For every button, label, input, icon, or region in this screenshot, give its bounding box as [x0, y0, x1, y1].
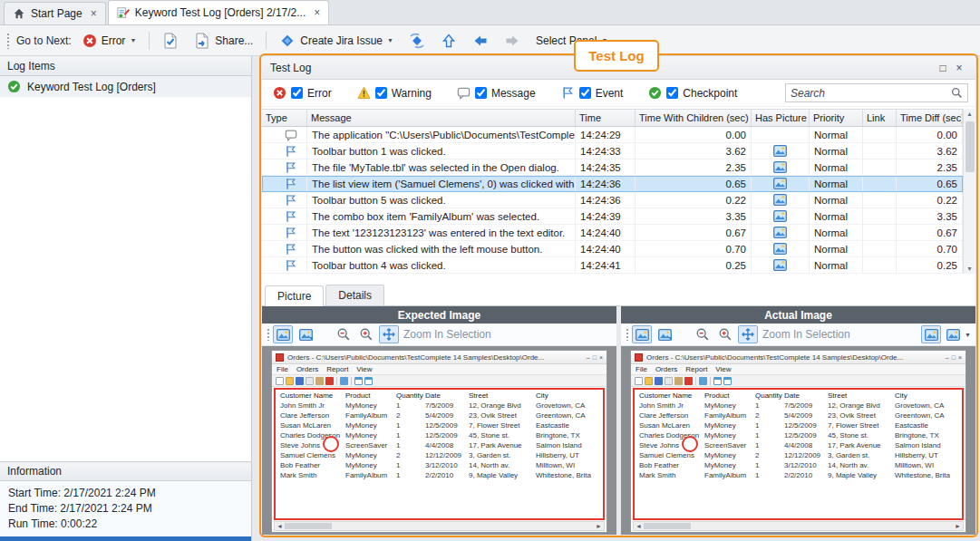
- tab-details[interactable]: Details: [325, 285, 384, 305]
- filter-item[interactable]: Message: [457, 86, 536, 100]
- event-icon: [285, 178, 297, 190]
- orders-column-header: City: [534, 391, 599, 401]
- column-header-has-picture[interactable]: Has Picture: [752, 110, 810, 126]
- orders-menu-orders: Orders: [296, 365, 318, 373]
- column-header-time-with-children-sec-[interactable]: Time With Children (sec): [636, 110, 752, 126]
- log-row[interactable]: Toolbar button 5 was clicked. 14:24:36 0…: [262, 192, 963, 208]
- go-to-next-error-button[interactable]: Error ▼: [78, 31, 141, 51]
- log-message-cell: The application "C:\Users\Public\Documen…: [307, 127, 576, 142]
- copy-icon: [306, 377, 314, 385]
- save-image-button[interactable]: [943, 325, 963, 343]
- zoom-in-button[interactable]: [715, 325, 735, 343]
- orders-toolbar: [631, 375, 965, 387]
- zoom-in-selection-button[interactable]: [738, 325, 758, 343]
- log-row[interactable]: Toolbar button 1 was clicked. 14:24:33 3…: [262, 143, 963, 159]
- column-header-priority[interactable]: Priority: [810, 110, 863, 126]
- log-message-cell: Toolbar button 5 was clicked.: [307, 192, 576, 208]
- tab-keyword-test-log[interactable]: Keyword Test Log [Orders] 2/17/2... ×: [108, 0, 330, 24]
- toolbar-grip[interactable]: [6, 33, 10, 49]
- zoom-in-button[interactable]: [356, 325, 376, 343]
- log-row[interactable]: The application "C:\Users\Public\Documen…: [262, 127, 963, 143]
- scroll-down-icon[interactable]: ▼: [964, 266, 975, 272]
- log-row[interactable]: The list view item ('Samuel Clemens', 0)…: [262, 176, 963, 192]
- show-image-button[interactable]: [273, 325, 293, 343]
- filter-checkbox[interactable]: [375, 87, 387, 99]
- log-vertical-scrollbar[interactable]: ▲ ▼: [963, 109, 975, 274]
- create-jira-issue-button[interactable]: Create Jira Issue ▼: [275, 30, 398, 52]
- home-icon: [13, 7, 25, 20]
- information-header: Information: [0, 461, 251, 481]
- go-to-next-label: Go to Next:: [16, 34, 72, 47]
- log-row[interactable]: The file 'MyTable.tbl' was selected in t…: [262, 159, 963, 176]
- copy-image-button[interactable]: [921, 325, 941, 343]
- scroll-up-icon[interactable]: ▲: [964, 111, 975, 117]
- orders-hscrollbar[interactable]: ◄►: [274, 521, 605, 531]
- log-row[interactable]: The text '123123123123' was entered in t…: [262, 225, 963, 241]
- orders-row: Samuel ClemensMyMoney212/12/20093, Garde…: [278, 450, 600, 460]
- filter-checkbox[interactable]: [291, 87, 303, 99]
- post-image-button[interactable]: [158, 30, 183, 52]
- orders-window-buttons: –□×: [946, 354, 962, 361]
- column-header-message[interactable]: Message: [307, 110, 576, 126]
- jira-sync-button[interactable]: [404, 30, 430, 52]
- orders-row: Bob FeatherMyMoney13/12/201014, North av…: [278, 460, 600, 470]
- log-type-cell: [262, 159, 307, 175]
- filter-checkbox[interactable]: [579, 87, 591, 99]
- forward-button[interactable]: [500, 30, 525, 52]
- main-toolbar: Go to Next: Error ▼ Share... Create Jira…: [0, 25, 980, 56]
- image-panel-toolbar: Zoom In Selection ▼: [262, 324, 616, 346]
- show-image-button[interactable]: [632, 325, 652, 343]
- edit-image-button[interactable]: [655, 325, 674, 343]
- log-time-cell: 14:24:36: [576, 176, 636, 191]
- log-time-diff-cell: 0.22: [897, 192, 963, 208]
- log-row[interactable]: The button was clicked with the left mou…: [262, 241, 963, 257]
- filter-item[interactable]: Event: [561, 86, 624, 100]
- filter-item[interactable]: Checkpoint: [648, 86, 737, 100]
- orders-menubar: FileOrdersReportView: [272, 364, 606, 375]
- close-panel-icon[interactable]: ×: [951, 62, 967, 74]
- filter-item[interactable]: Warning: [357, 86, 432, 100]
- share-button[interactable]: Share...: [189, 30, 257, 52]
- orders-row: Samuel ClemensMyMoney212/12/20093, Garde…: [637, 450, 959, 460]
- filter-checkbox[interactable]: [475, 87, 487, 99]
- orders-window-title: Orders - C:\Users\Public\Documents\TestC…: [646, 353, 942, 362]
- arrow-left-icon: [472, 33, 489, 49]
- more-options-caret[interactable]: ▼: [965, 332, 971, 338]
- warning-icon: [357, 86, 371, 100]
- tree-item-keyword-test-log[interactable]: Keyword Test Log [Orders]: [0, 76, 251, 97]
- filter-checkbox[interactable]: [666, 87, 678, 99]
- close-tab-icon[interactable]: ×: [314, 7, 320, 18]
- log-table: TypeMessageTimeTime With Children (sec)H…: [262, 109, 975, 274]
- edit-image-button[interactable]: [296, 325, 315, 343]
- filter-item[interactable]: Error: [273, 86, 332, 100]
- tab-picture[interactable]: Picture: [265, 285, 324, 306]
- table-view-icon: [723, 377, 732, 385]
- click-marker-icon: [323, 436, 339, 452]
- toolbar-grip[interactable]: [626, 328, 629, 341]
- log-priority-cell: Normal: [810, 225, 863, 240]
- column-header-time[interactable]: Time: [576, 110, 636, 126]
- log-row[interactable]: Toolbar button 4 was clicked. 14:24:41 0…: [262, 257, 963, 274]
- log-items-title: Log Items: [7, 60, 55, 72]
- back-button[interactable]: [468, 30, 493, 52]
- search-input[interactable]: [791, 87, 947, 100]
- column-header-type[interactable]: Type: [262, 110, 307, 126]
- orders-column-header: Product: [344, 391, 394, 401]
- zoom-out-button[interactable]: [693, 325, 713, 343]
- log-time-diff-cell: 0.65: [897, 176, 963, 191]
- close-tab-icon[interactable]: ×: [91, 8, 97, 19]
- zoom-out-button[interactable]: [334, 325, 354, 343]
- scrollbar-thumb[interactable]: [965, 121, 975, 172]
- orders-menubar: FileOrdersReportView: [631, 364, 965, 375]
- orders-hscrollbar[interactable]: ◄►: [633, 521, 964, 531]
- tab-start-page[interactable]: Start Page ×: [4, 2, 106, 24]
- upload-results-button[interactable]: [436, 30, 461, 52]
- column-header-link[interactable]: Link: [863, 110, 897, 126]
- float-panel-icon[interactable]: □: [935, 62, 951, 74]
- picture-icon: [773, 145, 787, 157]
- zoom-in-selection-button[interactable]: [379, 325, 399, 343]
- log-row[interactable]: The combo box item 'FamilyAlbum' was sel…: [262, 208, 963, 225]
- log-time-with-children-cell: 0.22: [636, 192, 752, 208]
- column-header-time-diff-sec-[interactable]: Time Diff (sec): [897, 110, 963, 126]
- toolbar-grip[interactable]: [267, 328, 270, 341]
